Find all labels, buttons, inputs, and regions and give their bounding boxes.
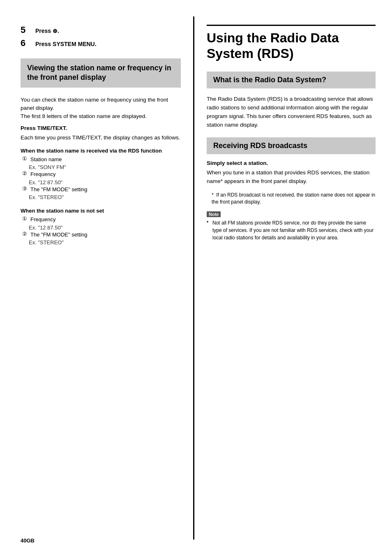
rds-item-2-label: Frequency bbox=[30, 170, 55, 178]
no-set-heading: When the station name is not set bbox=[21, 208, 181, 214]
no-set-item-2: ② The "FM MODE" setting bbox=[22, 231, 181, 239]
note-bullet-dot: • bbox=[207, 219, 212, 225]
step-6-text: Press SYSTEM MENU. bbox=[35, 41, 97, 47]
right-column: Using the Radio Data System (RDS) What i… bbox=[193, 16, 392, 540]
simply-heading: Simply select a station. bbox=[207, 160, 376, 166]
page-number: 40GB bbox=[21, 537, 35, 544]
no-set-circle-2: ② bbox=[22, 231, 30, 237]
viewing-section-title: Viewing the station name or frequency in… bbox=[27, 63, 174, 83]
intro-paragraph-1: You can check the station name or freque… bbox=[21, 96, 181, 121]
no-set-circle-1: ① bbox=[22, 215, 30, 222]
rds-circle-1: ① bbox=[22, 155, 30, 162]
no-set-item-1-ex: Ex. "12 87.50" bbox=[29, 225, 181, 231]
note-label: Note bbox=[207, 211, 376, 219]
main-title: Using the Radio Data System (RDS) bbox=[207, 30, 376, 62]
viewing-section-box: Viewing the station name or frequency in… bbox=[21, 58, 181, 88]
top-divider bbox=[207, 25, 376, 26]
receiving-title: Receiving RDS broadcasts bbox=[213, 141, 369, 150]
rds-item-1-ex: Ex. "SONY FM" bbox=[29, 164, 181, 170]
left-column: 5 Press ⊕. 6 Press SYSTEM MENU. Viewing … bbox=[0, 16, 193, 540]
rds-item-2: ② Frequency bbox=[22, 170, 181, 178]
no-set-item-2-label: The "FM MODE" setting bbox=[30, 231, 88, 239]
rds-item-3: ③ The "FM MODE" setting bbox=[22, 185, 181, 194]
no-set-items-list: ① Frequency Ex. "12 87.50" ② The "FM MOD… bbox=[21, 215, 181, 246]
rds-item-1: ① Station name bbox=[22, 155, 181, 164]
press-timetext-body: Each time you press TIME/TEXT, the displ… bbox=[21, 134, 181, 142]
rds-item-1-label: Station name bbox=[30, 155, 62, 164]
what-is-section-box: What is the Radio Data System? bbox=[207, 72, 376, 88]
rds-circle-3: ③ bbox=[22, 185, 30, 192]
rds-circle-2: ② bbox=[22, 170, 30, 176]
rds-received-heading: When the station name is received via th… bbox=[21, 148, 181, 154]
page-number-container: 40GB bbox=[21, 246, 181, 492]
note-box: Note • Not all FM stations provide RDS s… bbox=[207, 211, 376, 241]
no-set-item-1-label: Frequency bbox=[30, 215, 55, 224]
no-set-item-1: ① Frequency bbox=[22, 215, 181, 224]
press-timetext-heading: Press TIME/TEXT. bbox=[21, 125, 181, 131]
what-is-body: The Radio Data System (RDS) is a broadca… bbox=[207, 95, 376, 130]
step-6-row: 6 Press SYSTEM MENU. bbox=[21, 38, 181, 49]
note-text: Not all FM stations provide RDS service,… bbox=[212, 219, 376, 241]
step-5-row: 5 Press ⊕. bbox=[21, 25, 181, 35]
what-is-title: What is the Radio Data System? bbox=[213, 76, 369, 84]
step-5-number: 5 bbox=[21, 25, 32, 35]
simply-body: When you tune in a station that provides… bbox=[207, 169, 376, 186]
rds-items-list: ① Station name Ex. "SONY FM" ② Frequency… bbox=[21, 155, 181, 201]
step-5-text: Press ⊕. bbox=[35, 28, 59, 34]
rds-item-3-ex: Ex. "STEREO" bbox=[29, 194, 181, 200]
no-set-item-2-ex: Ex. "STEREO" bbox=[29, 239, 181, 246]
asterisk-note: * If an RDS broadcast is not received, t… bbox=[212, 192, 376, 206]
note-bullet: • Not all FM stations provide RDS servic… bbox=[207, 219, 376, 241]
step-6-number: 6 bbox=[21, 38, 32, 49]
rds-item-3-label: The "FM MODE" setting bbox=[30, 185, 88, 194]
rds-item-2-ex: Ex. "12 87.50" bbox=[29, 179, 181, 185]
receiving-section-box: Receiving RDS broadcasts bbox=[207, 137, 376, 154]
